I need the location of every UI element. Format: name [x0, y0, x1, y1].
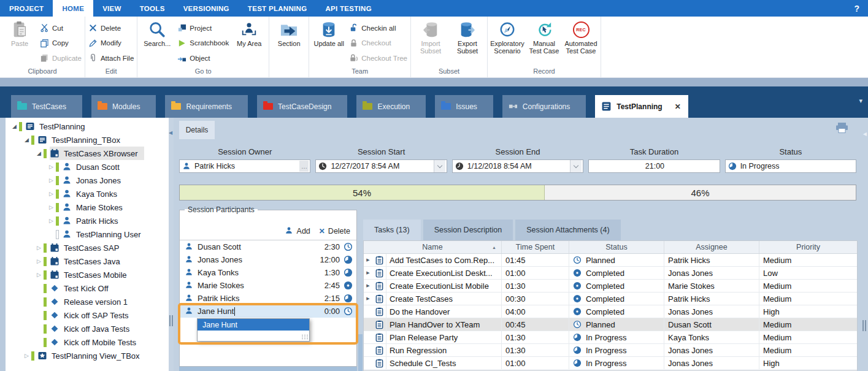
participant-row[interactable]: Marie Stokes 2:45 [180, 279, 356, 292]
section-button[interactable]: Section [271, 18, 307, 67]
checkout-button[interactable]: Checkout [349, 37, 407, 49]
expander-closed-icon[interactable]: ▷ [35, 258, 43, 264]
tab-configurations[interactable]: Configurations [502, 95, 586, 118]
checkout-tree-button[interactable]: Checkout Tree [349, 52, 407, 64]
search-button[interactable]: Search... [139, 18, 175, 67]
row-expander-icon[interactable]: ▶ [364, 267, 372, 279]
task-row[interactable]: ▶ Create ExecutionList Mobile 01:30 Comp… [364, 280, 857, 293]
expander-closed-icon[interactable]: ▷ [47, 191, 55, 197]
exploratory-scenario-button[interactable]: Exploratory Scenario [490, 18, 525, 67]
tree-item-kick-off-mobile-tests[interactable]: Kick off Mobile Tests [6, 335, 169, 349]
tab-requirements[interactable]: Requirements [165, 95, 248, 118]
expander-closed-icon[interactable]: ▷ [47, 164, 55, 170]
expander-open-icon[interactable]: ◢ [23, 137, 31, 143]
tree-splitter[interactable]: ◀ [169, 118, 174, 371]
paste-button[interactable]: Paste [2, 18, 37, 67]
session-start-input[interactable]: 12/27/2017 8:54 AM [315, 159, 447, 173]
tree-item-kick-off-java-tests[interactable]: Kick off Java Tests [6, 322, 169, 335]
tree-item-testcases-mobile[interactable]: ▷ TestCases Mobile [6, 268, 169, 281]
tree-item-testplanning-user[interactable]: TestPlanning User [6, 228, 169, 241]
menu-project[interactable]: PROJECT [0, 0, 53, 17]
tree-item-kick-off-sap-tests[interactable]: Kick off SAP Tests [6, 308, 169, 322]
participants-hscrollbar[interactable] [179, 367, 357, 371]
session-owner-input[interactable]: Patrik Hicks … [179, 159, 310, 173]
row-expander-icon[interactable]: ▶ [364, 280, 372, 292]
manual-test-case-button[interactable]: Manual Test Case [526, 18, 562, 67]
tab-execution[interactable]: Execution [356, 95, 426, 118]
collapse-tree-icon[interactable]: ◀ [169, 130, 172, 136]
tree-item-testplanning-tbox[interactable]: ◢ TestPlanning_TBox [6, 133, 169, 147]
task-duration-input[interactable]: 21:00 [588, 159, 720, 173]
menu-test-planning[interactable]: TEST PLANNING [239, 0, 317, 17]
cut-button[interactable]: Cut [40, 22, 82, 34]
session-end-dropdown-button[interactable] [570, 160, 582, 172]
checkin-all-button[interactable]: Checkin all [349, 22, 407, 34]
participant-row[interactable]: Kaya Tonks 1:30 [180, 266, 356, 279]
tab-issues[interactable]: Issues [435, 95, 493, 118]
task-row-selected[interactable]: Plan HandOver to XTeam 00:45 Planned Dus… [364, 318, 857, 331]
tree-item-test-kick-off[interactable]: Test Kick Off [6, 281, 169, 295]
menu-api-testing[interactable]: API TESTING [316, 0, 381, 17]
task-row[interactable]: Plan Release Party 01:30 In Progress Kay… [364, 331, 857, 344]
column-header-assignee[interactable]: Assignee [664, 241, 759, 253]
status-input[interactable]: In Progress [725, 159, 856, 173]
column-header-name[interactable]: Name▲ [364, 241, 502, 253]
tree-item-testcases-xbrowser[interactable]: ◢ TestCases XBrowser [6, 147, 169, 160]
tab-tasks[interactable]: Tasks (13) [363, 220, 421, 240]
delete-button[interactable]: Delete [88, 22, 134, 34]
row-expander-icon[interactable]: ▶ [364, 293, 372, 305]
close-icon[interactable]: ✕ [675, 102, 681, 111]
column-header-status[interactable]: Status [569, 241, 664, 253]
expander-open-icon[interactable]: ◢ [35, 150, 43, 156]
expander-closed-icon[interactable]: ▷ [47, 218, 55, 224]
participant-name-editing[interactable]: Jane Hunt [198, 307, 321, 316]
tab-overflow-caret-icon[interactable]: ▾ [859, 97, 862, 105]
delete-participant-button[interactable]: ✕ Delete [319, 227, 350, 235]
modify-button[interactable]: Modify [88, 37, 134, 49]
add-participant-button[interactable]: Add [285, 226, 310, 235]
tab-session-description[interactable]: Session Description [423, 220, 513, 240]
copy-button[interactable]: Copy [40, 37, 82, 49]
tasks-vscrollbar-thumb[interactable] [358, 334, 363, 371]
print-icon[interactable] [835, 123, 848, 133]
goto-object-button[interactable]: Object [177, 52, 229, 64]
column-header-time-spent[interactable]: Time Spent [502, 241, 569, 253]
expander-closed-icon[interactable]: ▷ [47, 204, 55, 210]
resize-grip[interactable] [301, 334, 308, 340]
tree-item-patrik-hicks[interactable]: ▷ Patrik Hicks [6, 214, 169, 228]
expander-closed-icon[interactable]: ▷ [35, 272, 43, 278]
menu-view[interactable]: VIEW [93, 0, 131, 17]
tree-item-release-version-1[interactable]: Release version 1 [6, 295, 169, 308]
tab-testcases[interactable]: TestCases [11, 95, 82, 118]
expander-closed-icon[interactable]: ▷ [23, 353, 31, 359]
collapse-pane-icon[interactable]: ◀ [863, 131, 867, 137]
task-row[interactable]: Run Regression 01:30 In Progress Jonas J… [364, 344, 857, 357]
participant-row[interactable]: Dusan Scott 2:30 [180, 240, 356, 253]
tree-item-marie-stokes[interactable]: ▷ Marie Stokes [6, 201, 169, 214]
goto-project-button[interactable]: Project [177, 22, 229, 34]
menu-tools[interactable]: TOOLS [131, 0, 174, 17]
export-subset-button[interactable]: Export Subset [450, 18, 485, 67]
tree-item-testplanning[interactable]: ◢ TestPlanning [6, 120, 169, 133]
column-header-priority[interactable]: Priority [759, 241, 857, 253]
automated-test-case-button[interactable]: REC Automated Test Case [563, 18, 599, 67]
autocomplete-item-jane-hunt[interactable]: Jane Hunt [198, 319, 309, 331]
goto-scratchbook-button[interactable]: Scratchbook [177, 37, 229, 49]
menu-versioning[interactable]: VERSIONING [174, 0, 239, 17]
task-row[interactable]: ▶ Create TestCases 00:30 Completed Patri… [364, 293, 857, 305]
tab-testplanning[interactable]: TestPlanning ✕ [595, 95, 688, 118]
import-subset-button[interactable]: Import Subset [413, 18, 448, 67]
splitter-grip[interactable] [169, 315, 173, 326]
task-row[interactable]: ▶ Create ExecutionList Deskt... 01:00 Co… [364, 267, 857, 280]
tree-item-jonas-jones[interactable]: ▷ Jonas Jones [6, 174, 169, 187]
tree-item-testplanning-view-tbox[interactable]: ▷ TestPlanning View_TBox [6, 349, 169, 362]
row-expander-icon[interactable]: ▶ [364, 254, 372, 266]
my-area-button[interactable]: My Area [231, 18, 267, 67]
task-row[interactable]: Do the Handover 04:00 Completed Jonas Jo… [364, 305, 857, 318]
tree-item-kaya-tonks[interactable]: ▷ Kaya Tonks [6, 187, 169, 201]
expander-closed-icon[interactable]: ▷ [35, 245, 43, 251]
attach-file-button[interactable]: Attach File [88, 52, 134, 64]
tree-item-testcases-sap[interactable]: ▷ TestCases SAP [6, 241, 169, 254]
help-icon[interactable]: ? [845, 0, 868, 17]
participant-row[interactable]: Jonas Jones 12:00 [180, 253, 356, 266]
